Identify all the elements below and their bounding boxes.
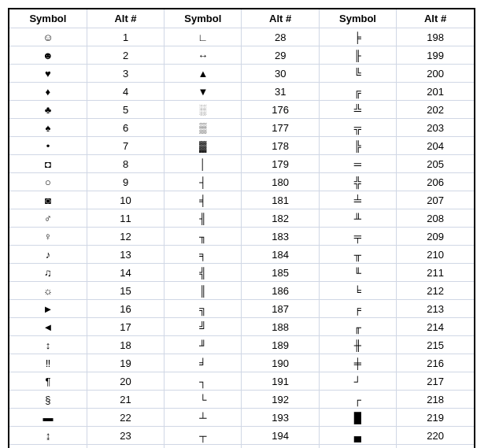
symbol-cell: ▄ bbox=[319, 427, 396, 445]
symbol-cell: ▼ bbox=[165, 83, 242, 101]
symbol-cell: ↕ bbox=[9, 336, 87, 354]
col-header-alt-2: Alt # bbox=[242, 9, 319, 28]
alt-cell: 7 bbox=[87, 137, 164, 155]
symbol-cell: ║ bbox=[165, 282, 242, 300]
alt-cell: 21 bbox=[87, 391, 164, 409]
table-row: ◘8│179═205 bbox=[9, 155, 474, 173]
alt-cell: 199 bbox=[397, 46, 474, 65]
alt-cell: 177 bbox=[242, 119, 319, 137]
symbol-cell: ◄ bbox=[9, 318, 87, 336]
symbol-cell: ╘ bbox=[319, 282, 396, 300]
alt-cell: 200 bbox=[397, 65, 474, 83]
table-row: ↨23┬194▄220 bbox=[9, 427, 474, 445]
symbol-cell: ╒ bbox=[319, 300, 396, 318]
symbol-cell: ╓ bbox=[319, 318, 396, 336]
alt-cell: 178 bbox=[242, 137, 319, 155]
alt-cell: 16 bbox=[87, 300, 164, 318]
alt-cell: 31 bbox=[242, 83, 319, 101]
table-row: ¶20┐191┘217 bbox=[9, 372, 474, 391]
alt-cell: 5 bbox=[87, 101, 164, 119]
symbol-cell: ┴ bbox=[165, 409, 242, 427]
symbol-cell: ╙ bbox=[319, 264, 396, 282]
alt-cell: 187 bbox=[242, 300, 319, 318]
alt-cell: 23 bbox=[87, 427, 164, 445]
alt-cell: 201 bbox=[397, 83, 474, 101]
col-header-alt-1: Alt # bbox=[87, 9, 164, 28]
alt-cell: 17 bbox=[87, 318, 164, 336]
symbol-cell: ┬ bbox=[165, 427, 242, 445]
symbol-cell: ┘ bbox=[319, 372, 396, 391]
table-row: ↑24├195▌221 bbox=[9, 445, 474, 449]
symbol-cell: ░ bbox=[165, 101, 242, 119]
symbol-cell: ╬ bbox=[319, 173, 396, 191]
symbol-cell: ☼ bbox=[9, 282, 87, 300]
col-header-symbol-2: Symbol bbox=[165, 9, 242, 28]
alt-cell: 18 bbox=[87, 336, 164, 354]
alt-cell: 2 bbox=[87, 46, 164, 65]
alt-cell: 22 bbox=[87, 409, 164, 427]
symbol-cell: ♀ bbox=[9, 228, 87, 246]
symbol-cell: │ bbox=[165, 155, 242, 173]
table-row: ☻2↔29╟199 bbox=[9, 46, 474, 65]
symbol-cell: ╪ bbox=[319, 354, 396, 372]
symbol-cell: ╦ bbox=[319, 119, 396, 137]
symbol-cell: █ bbox=[319, 409, 396, 427]
symbol-cell: ╧ bbox=[319, 191, 396, 209]
symbol-cell: ♣ bbox=[9, 101, 87, 119]
symbol-cell: ┤ bbox=[165, 173, 242, 191]
symbol-cell: ╝ bbox=[165, 318, 242, 336]
table-row: ‼19╛190╪216 bbox=[9, 354, 474, 372]
symbol-cell: └ bbox=[165, 391, 242, 409]
symbol-cell: ╣ bbox=[165, 264, 242, 282]
table-row: ♂11╢182╨208 bbox=[9, 209, 474, 228]
symbol-cell: ◙ bbox=[9, 191, 87, 209]
alt-cell: 209 bbox=[397, 228, 474, 246]
alt-code-table: Symbol Alt # Symbol Alt # Symbol Alt # ☺… bbox=[9, 9, 474, 448]
alt-cell: 219 bbox=[397, 409, 474, 427]
symbol-cell: ♫ bbox=[9, 264, 87, 282]
table-row: ◙10╡181╧207 bbox=[9, 191, 474, 209]
alt-cell: 176 bbox=[242, 101, 319, 119]
alt-cell: 213 bbox=[397, 300, 474, 318]
symbol-cell: ╛ bbox=[165, 354, 242, 372]
symbol-cell: ♪ bbox=[9, 246, 87, 264]
symbol-cell: ¶ bbox=[9, 372, 87, 391]
alt-cell: 11 bbox=[87, 209, 164, 228]
symbol-cell: ╩ bbox=[319, 101, 396, 119]
symbol-cell: ╖ bbox=[165, 228, 242, 246]
symbol-cell: ♠ bbox=[9, 119, 87, 137]
symbol-cell: ╫ bbox=[319, 336, 396, 354]
alt-cell: 192 bbox=[242, 391, 319, 409]
table-row: ☺1∟28╞198 bbox=[9, 28, 474, 46]
table-row: ♣5░176╩202 bbox=[9, 101, 474, 119]
alt-cell: 183 bbox=[242, 228, 319, 246]
symbol-cell: ╨ bbox=[319, 209, 396, 228]
alt-cell: 193 bbox=[242, 409, 319, 427]
symbol-cell: ╞ bbox=[319, 28, 396, 46]
table-row: ♠6▒177╦203 bbox=[9, 119, 474, 137]
alt-cell: 214 bbox=[397, 318, 474, 336]
alt-cell: 13 bbox=[87, 246, 164, 264]
alt-cell: 221 bbox=[397, 445, 474, 449]
alt-cell: 28 bbox=[242, 28, 319, 46]
col-header-symbol-3: Symbol bbox=[319, 9, 396, 28]
symbol-cell: ╗ bbox=[165, 300, 242, 318]
table-row: ↕18╜189╫215 bbox=[9, 336, 474, 354]
alt-cell: 210 bbox=[397, 246, 474, 264]
symbol-cell: ↨ bbox=[9, 427, 87, 445]
alt-cell: 207 bbox=[397, 191, 474, 209]
symbol-cell: ═ bbox=[319, 155, 396, 173]
symbol-cell: ▒ bbox=[165, 119, 242, 137]
table-row: •7▓178╠204 bbox=[9, 137, 474, 155]
symbol-cell: ╢ bbox=[165, 209, 242, 228]
table-row: ☼15║186╘212 bbox=[9, 282, 474, 300]
alt-cell: 24 bbox=[87, 445, 164, 449]
symbol-cell: ▓ bbox=[165, 137, 242, 155]
alt-cell: 182 bbox=[242, 209, 319, 228]
alt-code-table-container: Symbol Alt # Symbol Alt # Symbol Alt # ☺… bbox=[8, 8, 475, 448]
symbol-cell: ╚ bbox=[319, 65, 396, 83]
alt-cell: 1 bbox=[87, 28, 164, 46]
symbol-cell: ╜ bbox=[165, 336, 242, 354]
alt-cell: 186 bbox=[242, 282, 319, 300]
symbol-cell: ∟ bbox=[165, 28, 242, 46]
